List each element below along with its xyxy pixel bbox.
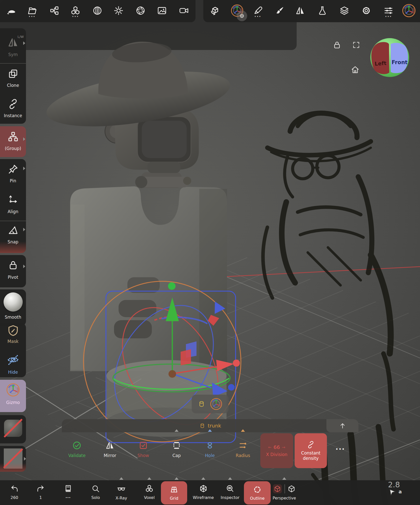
sun-icon xyxy=(114,6,124,16)
sidebar-item-instance[interactable] xyxy=(0,98,26,110)
sidebar-item-mask[interactable] xyxy=(0,324,26,337)
clone-squares-icon xyxy=(8,68,19,79)
radius-sliders-icon xyxy=(238,441,248,450)
cap-icon xyxy=(172,441,181,450)
sidebar-item-snap[interactable] xyxy=(0,225,26,236)
increment-arrow[interactable]: → xyxy=(282,445,285,450)
mirror-triangles-icon xyxy=(105,441,115,450)
nav-label-left: Left xyxy=(374,60,386,67)
nav-face-left[interactable] xyxy=(371,42,389,74)
xray-button[interactable]: X-Ray xyxy=(116,484,127,500)
solo-label: Solo xyxy=(91,495,100,500)
voxel-button[interactable]: Voxel xyxy=(144,484,155,500)
caret-up-icon xyxy=(228,477,232,480)
orientation-sphere[interactable]: Left Front xyxy=(370,38,409,77)
red-axis-line xyxy=(204,267,420,278)
cylinder-icon xyxy=(198,400,205,408)
chevron-right-icon xyxy=(23,265,25,268)
radius-button[interactable]: Radius xyxy=(236,441,250,458)
cursor-arrow-icon xyxy=(389,489,396,496)
selected-object-mini-widget[interactable] xyxy=(192,395,229,413)
collapse-panel-button[interactable] xyxy=(326,419,358,432)
gear-icon xyxy=(239,13,245,19)
cap-button[interactable]: Cap xyxy=(172,441,181,458)
camera-button[interactable] xyxy=(179,6,189,16)
redo-arrow-icon xyxy=(36,484,45,493)
home-view-button[interactable] xyxy=(351,65,360,74)
undo-arrow-icon xyxy=(10,484,19,493)
sidebar-item-smooth[interactable]: Smooth xyxy=(0,289,26,326)
redo-button[interactable]: 1 xyxy=(36,484,45,500)
wireframe-button[interactable]: Wireframe xyxy=(193,484,214,500)
decrement-arrow[interactable]: ← xyxy=(268,445,271,450)
settings-button[interactable] xyxy=(361,6,371,16)
snap-active-glow xyxy=(0,241,26,253)
bottom-toolbar-items: 260 1 ··· Solo X-Ray Voxel Wireframe In xyxy=(0,480,420,505)
check-circle-icon xyxy=(72,441,82,450)
mirror-button[interactable]: Mirror xyxy=(104,441,116,458)
sidebar-item-align[interactable] xyxy=(0,193,26,205)
fullscreen-button[interactable] xyxy=(352,41,360,49)
sym-badge: L/W xyxy=(18,35,24,39)
scene-graph-button[interactable] xyxy=(49,6,60,16)
brush-overflow-dots: ··· xyxy=(254,14,261,19)
wireframe-hex-icon xyxy=(199,484,208,493)
image-icon xyxy=(157,6,167,16)
dotted-eye-icon xyxy=(6,353,20,367)
inspector-label: Inspector xyxy=(221,495,240,500)
postprocess-button[interactable] xyxy=(135,6,146,16)
layers-icon xyxy=(339,6,349,16)
magnifier-icon xyxy=(91,484,100,493)
sidebar-item-gizmo[interactable]: Gizmo xyxy=(0,380,26,412)
solo-button[interactable]: Solo xyxy=(91,484,100,500)
mirror-triangles-icon xyxy=(7,37,19,48)
book-icon xyxy=(64,484,72,493)
chevron-right-icon xyxy=(23,41,25,45)
sidebar-item-pivot[interactable]: Pivot xyxy=(0,255,26,287)
x-division-stepper[interactable]: ← 66 → X Division xyxy=(260,433,293,468)
arrow-up-icon xyxy=(339,422,346,430)
background-image-button[interactable] xyxy=(157,6,167,16)
tool-transform-button[interactable] xyxy=(210,6,220,16)
tool-paint-button[interactable] xyxy=(275,6,285,16)
inspector-button[interactable]: Inspector xyxy=(221,484,240,500)
active-tool-gizmo-button[interactable] xyxy=(402,4,416,19)
validate-button[interactable]: Validate xyxy=(68,441,86,458)
layers-button[interactable] xyxy=(339,6,349,16)
sidebar-item-pin[interactable] xyxy=(0,164,26,175)
symmetry-button[interactable] xyxy=(295,6,305,16)
sidebar-item-falloff[interactable] xyxy=(0,446,26,472)
camera-lock-button[interactable] xyxy=(332,40,342,49)
material-button[interactable] xyxy=(92,6,102,16)
sidebar-item-hide[interactable] xyxy=(0,353,26,367)
perspective-button[interactable]: Perspective xyxy=(273,484,296,500)
notes-button[interactable]: ··· xyxy=(64,484,72,500)
gizmo-settings-badge[interactable] xyxy=(237,11,247,21)
undo-button[interactable]: 260 xyxy=(10,484,19,500)
material-flask-button[interactable] xyxy=(317,6,327,16)
topology-overflow-dots: ··· xyxy=(72,14,79,19)
lighting-button[interactable] xyxy=(114,6,124,16)
hole-button[interactable]: Hole xyxy=(205,441,215,458)
cube-icon xyxy=(288,485,296,493)
snap-triangle-icon xyxy=(8,225,19,236)
shield-brush-icon xyxy=(7,324,19,337)
nav-face-front[interactable] xyxy=(391,43,408,73)
show-button[interactable]: Show xyxy=(137,441,149,458)
cylinder-icon xyxy=(199,423,205,429)
sidebar-item-clone[interactable] xyxy=(0,68,26,79)
primitive-thumbnail xyxy=(4,420,22,437)
paint-brush-icon xyxy=(275,6,285,16)
caret-up-icon xyxy=(201,477,205,480)
filters-overflow-dots: ··· xyxy=(385,14,392,19)
perspective-label: Perspective xyxy=(273,496,296,500)
more-options-button[interactable]: ··· xyxy=(335,445,345,453)
ortho-cube-chip[interactable] xyxy=(273,484,282,493)
xray-label: X-Ray xyxy=(116,496,127,500)
show-label: Show xyxy=(137,453,149,458)
app-logo-button[interactable] xyxy=(6,6,17,16)
sidebar-item-primitive[interactable] xyxy=(0,415,26,443)
gear-icon xyxy=(361,6,371,16)
constant-density-button[interactable]: Constant density xyxy=(295,433,327,468)
sidebar-item-group[interactable]: (Group) xyxy=(0,126,26,157)
